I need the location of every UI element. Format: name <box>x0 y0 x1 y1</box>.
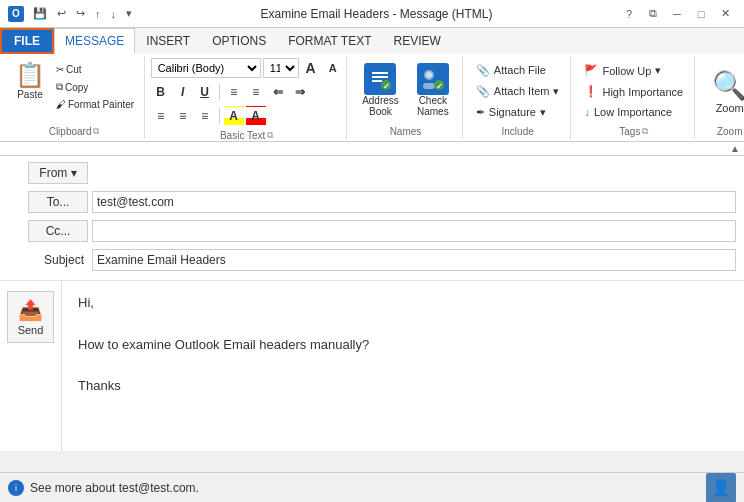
paste-label: Paste <box>17 89 43 100</box>
avatar-icon: 👤 <box>711 478 731 497</box>
status-bar: i See more about test@test.com. 👤 <box>0 472 744 502</box>
subject-label: Subject <box>8 253 88 267</box>
tab-message[interactable]: MESSAGE <box>54 28 135 54</box>
send-quickaccess-button[interactable]: ↑ <box>92 7 104 21</box>
cut-button[interactable]: ✂ Cut <box>52 62 138 77</box>
to-label-container: To... <box>8 191 88 213</box>
indent-decrease-button[interactable]: ⇐ <box>268 82 288 102</box>
attach-file-button[interactable]: 📎 Attach File <box>471 61 551 80</box>
tab-file[interactable]: FILE <box>0 28 54 54</box>
address-book-icon: ✓ <box>364 63 396 95</box>
bullets-button[interactable]: ≡ <box>224 82 244 102</box>
clipboard-expand-icon[interactable]: ⧉ <box>93 126 99 137</box>
font-select[interactable]: Calibri (Body) <box>151 58 261 78</box>
cc-label: Cc... <box>46 224 71 238</box>
tags-content: 🚩 Follow Up ▾ ❗ High Importance ↓ Low Im… <box>579 58 688 124</box>
align-center-button[interactable]: ≡ <box>173 106 193 126</box>
separator-1 <box>219 84 220 100</box>
tab-review[interactable]: REVIEW <box>383 28 452 54</box>
from-button[interactable]: From ▾ <box>28 162 88 184</box>
high-importance-button[interactable]: ❗ High Importance <box>579 82 688 101</box>
basic-text-expand-icon[interactable]: ⧉ <box>267 130 273 141</box>
copy-label: Copy <box>65 82 88 93</box>
help-button[interactable]: ? <box>618 5 640 23</box>
email-body-text[interactable]: Hi, How to examine Outlook Email headers… <box>62 281 744 451</box>
style-row: B I U ≡ ≡ ⇐ ⇒ <box>151 82 310 102</box>
font-color-button[interactable]: A <box>246 106 266 126</box>
basic-text-group: Calibri (Body) 11 A A B I U ≡ ≡ ⇐ ⇒ ≡ <box>147 56 347 139</box>
italic-button[interactable]: I <box>173 82 193 102</box>
low-importance-button[interactable]: ↓ Low Importance <box>579 103 677 121</box>
cut-icon: ✂ <box>56 64 64 75</box>
include-label: Include <box>502 124 534 137</box>
align-right-button[interactable]: ≡ <box>195 106 215 126</box>
svg-text:✓: ✓ <box>383 82 390 91</box>
shrink-font-button[interactable]: A <box>323 58 343 78</box>
to-button[interactable]: To... <box>28 191 88 213</box>
cut-label: Cut <box>66 64 82 75</box>
grow-font-button[interactable]: A <box>301 58 321 78</box>
numbering-button[interactable]: ≡ <box>246 82 266 102</box>
clipboard-small-buttons: ✂ Cut ⧉ Copy 🖌 Format Painter <box>52 58 138 112</box>
collapse-arrow-icon[interactable]: ▲ <box>730 143 740 154</box>
include-content: 📎 Attach File 📎 Attach Item ▾ ✒ Signatur… <box>471 58 565 124</box>
clipboard-group: 📋 Paste ✂ Cut ⧉ Copy 🖌 Format Painter C <box>4 56 145 139</box>
format-painter-button[interactable]: 🖌 Format Painter <box>52 97 138 112</box>
cc-button[interactable]: Cc... <box>28 220 88 242</box>
copy-button[interactable]: ⧉ Copy <box>52 79 138 95</box>
cc-label-container: Cc... <box>8 220 88 242</box>
attach-item-dropdown-icon: ▾ <box>553 85 559 98</box>
redo-button[interactable]: ↪ <box>73 6 88 21</box>
include-group: 📎 Attach File 📎 Attach Item ▾ ✒ Signatur… <box>465 56 572 139</box>
signature-dropdown-icon: ▾ <box>540 106 546 119</box>
check-names-button[interactable]: ✓ CheckNames <box>410 58 456 122</box>
low-importance-label: Low Importance <box>594 106 672 118</box>
address-book-button[interactable]: ✓ AddressBook <box>355 58 406 122</box>
tab-options[interactable]: OPTIONS <box>201 28 277 54</box>
high-importance-icon: ❗ <box>584 85 598 98</box>
undo-button[interactable]: ↩ <box>54 6 69 21</box>
check-names-icon: ✓ <box>417 63 449 95</box>
names-group: ✓ AddressBook ✓ CheckNames <box>349 56 463 139</box>
zoom-button[interactable]: 🔍 Zoom <box>703 64 744 119</box>
collapse-bar: ▲ <box>0 142 744 156</box>
maximize-button[interactable]: □ <box>690 5 712 23</box>
attach-file-label: Attach File <box>494 64 546 76</box>
cc-input[interactable] <box>92 220 736 242</box>
attach-item-button[interactable]: 📎 Attach Item ▾ <box>471 82 565 101</box>
status-message: See more about test@test.com. <box>30 481 199 495</box>
check-names-label: CheckNames <box>417 95 449 117</box>
bold-button[interactable]: B <box>151 82 171 102</box>
align-left-button[interactable]: ≡ <box>151 106 171 126</box>
status-info-icon: i <box>8 480 24 496</box>
from-label-container: From ▾ <box>8 162 88 184</box>
tab-insert[interactable]: INSERT <box>135 28 201 54</box>
underline-button[interactable]: U <box>195 82 215 102</box>
user-avatar[interactable]: 👤 <box>706 473 736 503</box>
to-input[interactable] <box>92 191 736 213</box>
signature-button[interactable]: ✒ Signature ▾ <box>471 103 551 122</box>
low-importance-icon: ↓ <box>584 106 590 118</box>
send-button[interactable]: 📤 Send <box>7 291 55 343</box>
copy-icon: ⧉ <box>56 81 63 93</box>
attach-item-label: Attach Item <box>494 85 550 97</box>
down-quickaccess-button[interactable]: ↓ <box>108 7 120 21</box>
subject-input[interactable] <box>92 249 736 271</box>
save-quickaccess-button[interactable]: 💾 <box>30 6 50 21</box>
window-controls: ? ⧉ ─ □ ✕ <box>618 5 736 23</box>
more-quickaccess-button[interactable]: ▾ <box>123 6 135 21</box>
font-size-select[interactable]: 11 <box>263 58 299 78</box>
indent-increase-button[interactable]: ⇒ <box>290 82 310 102</box>
close-button[interactable]: ✕ <box>714 5 736 23</box>
tags-expand-icon[interactable]: ⧉ <box>642 126 648 137</box>
compose-area: From ▾ To... Cc... Subject <box>0 156 744 451</box>
body-line3: Thanks <box>78 376 728 397</box>
highlight-button[interactable]: A <box>224 106 244 126</box>
from-label: From <box>39 166 67 180</box>
minimize-button[interactable]: ─ <box>666 5 688 23</box>
status-info: i See more about test@test.com. <box>8 480 199 496</box>
paste-button[interactable]: 📋 Paste <box>10 58 50 103</box>
restore-button[interactable]: ⧉ <box>642 5 664 23</box>
tab-format-text[interactable]: FORMAT TEXT <box>277 28 382 54</box>
follow-up-button[interactable]: 🚩 Follow Up ▾ <box>579 61 666 80</box>
